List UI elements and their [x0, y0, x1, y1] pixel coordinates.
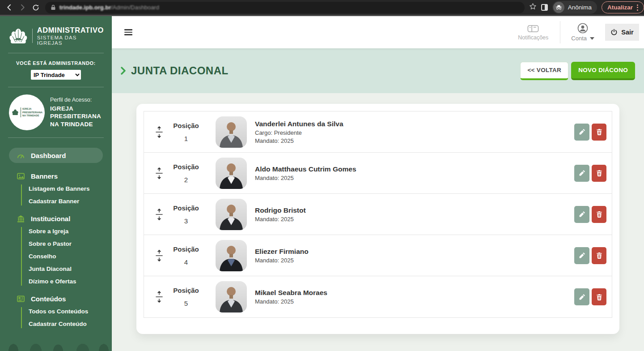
pencil-icon: [579, 170, 585, 176]
position-value: 1: [164, 135, 208, 142]
sidebar-menu: Dashboard Banners Listagem de Banners Ca…: [0, 148, 112, 328]
back-icon[interactable]: [3, 1, 16, 14]
delete-button[interactable]: [592, 165, 606, 182]
church-select[interactable]: IP Trindade: [31, 70, 81, 80]
brand: ADMINISTRATIVO SISTEMA DAS IGREJAS: [0, 16, 112, 46]
incognito-icon: [553, 2, 564, 13]
drag-handle-icon[interactable]: [155, 167, 164, 180]
sidebar-item-dizimo-e-ofertas[interactable]: Dízimo e Ofertas: [29, 278, 112, 285]
edit-button[interactable]: [574, 124, 589, 141]
new-deacon-button[interactable]: NOVO DIÁCONO: [571, 62, 635, 80]
member-mandate: Mandato: 2025: [255, 216, 306, 223]
access-value: IGREJA PRESBITERIANA NA TRINDADE: [50, 105, 104, 128]
position-label: Posição: [164, 122, 208, 129]
edit-button[interactable]: [574, 247, 589, 264]
notifications-button[interactable]: Notificações: [506, 24, 560, 41]
delete-button[interactable]: [592, 247, 606, 264]
table-row: Posição 2 Aldo Matthaeus Cutrim Gomes Ma…: [144, 153, 612, 194]
drag-handle-icon[interactable]: [155, 126, 164, 138]
sidebar-item-listagem-de-banners[interactable]: Listagem de Banners: [29, 185, 112, 192]
trash-icon: [596, 170, 602, 176]
notifications-label: Notificações: [518, 34, 548, 41]
member-mandate: Mandato: 2025: [255, 257, 309, 264]
browser-toolbar: trindade.ipb.org.br/Admin/Dashboard Anôn…: [0, 0, 644, 16]
top-header: Notificações Conta Sair: [112, 16, 644, 48]
logout-label: Sair: [621, 29, 633, 36]
trash-icon: [596, 252, 602, 259]
bank-icon: [17, 215, 25, 223]
sidebar-item-banners[interactable]: Banners: [0, 172, 112, 180]
position-label: Posição: [164, 204, 208, 212]
access-profile: IGREJA PRESBITERIANA NA TRINDADE Perfil …: [0, 94, 112, 130]
institucional-submenu: Sobre a Igreja Sobre o Pastor Conselho J…: [21, 227, 112, 286]
position-value: 2: [164, 176, 208, 184]
content-grid-icon: [17, 295, 25, 302]
sidebar-item-junta-diaconal[interactable]: Junta Diaconal: [29, 265, 112, 272]
drag-handle-icon[interactable]: [155, 208, 164, 221]
sidebar-item-dashboard[interactable]: Dashboard: [9, 148, 103, 163]
logout-button[interactable]: Sair: [605, 24, 639, 41]
sidebar-divider: [8, 137, 104, 138]
drag-handle-icon[interactable]: [155, 291, 164, 303]
table-row: Posição 4 Eliezer Firmiano Mandato: 2025: [144, 235, 612, 276]
delete-button[interactable]: [592, 206, 606, 223]
drag-handle-icon[interactable]: [155, 249, 164, 262]
member-mandate: Mandato: 2025: [255, 298, 327, 305]
delete-button[interactable]: [592, 124, 606, 141]
side-panel-icon[interactable]: [541, 4, 548, 11]
position-value: 5: [164, 300, 208, 307]
update-label: Atualizar: [607, 4, 633, 11]
sidebar-item-conteudos[interactable]: Conteúdos: [0, 295, 112, 303]
edit-button[interactable]: [574, 288, 589, 305]
sidebar-item-sobre-a-igreja[interactable]: Sobre a Igreja: [29, 228, 112, 235]
member-name: Rodrigo Bristot: [255, 206, 306, 214]
page-title: JUNTA DIACONAL: [131, 64, 229, 77]
administering-label: VOCÊ ESTÁ ADMINISTRANDO:: [0, 60, 112, 66]
sidebar-item-cadastrar-banner[interactable]: Cadastrar Banner: [29, 198, 112, 205]
delete-button[interactable]: [592, 288, 606, 305]
sidebar-item-cadastrar-conteudo[interactable]: Cadastrar Conteúdo: [29, 321, 112, 327]
position-label: Posição: [164, 163, 208, 171]
sidebar-item-sobre-o-pastor[interactable]: Sobre o Pastor: [29, 240, 112, 247]
sidebar-item-todos-os-conteudos[interactable]: Todos os Conteúdos: [29, 308, 112, 315]
gauge-icon: [17, 152, 25, 159]
member-name: Eliezer Firmiano: [255, 248, 309, 256]
member-name: Aldo Matthaeus Cutrim Gomes: [255, 165, 356, 173]
table-row: Posição 5 Mikael Seabra Moraes Mandato: …: [144, 276, 612, 317]
main-area: Notificações Conta Sair: [112, 16, 644, 351]
member-photo: [216, 158, 247, 189]
member-role: Cargo: Presidente: [255, 129, 343, 136]
pencil-icon: [579, 294, 585, 300]
trash-icon: [596, 211, 602, 218]
member-name: Vanderlei Antunes da Silva: [255, 120, 343, 128]
browser-update-button[interactable]: Atualizar: [602, 1, 644, 13]
deacons-table: Posição 1 Vanderlei Antunes da Silva Car…: [144, 111, 612, 318]
address-bar[interactable]: trindade.ipb.org.br/Admin/Dashboard: [45, 2, 525, 13]
sidebar-item-conselho[interactable]: Conselho: [29, 253, 112, 260]
chevron-right-icon: [121, 67, 126, 75]
forward-icon[interactable]: [16, 1, 30, 14]
trash-icon: [596, 128, 602, 135]
position-label: Posição: [164, 287, 208, 294]
member-name: Mikael Seabra Moraes: [255, 289, 327, 297]
browser-menu-icon[interactable]: [637, 4, 638, 11]
edit-button[interactable]: [574, 206, 589, 223]
edit-button[interactable]: [574, 165, 589, 182]
back-button[interactable]: << VOLTAR: [520, 62, 568, 80]
brand-divider: [32, 29, 33, 43]
account-label: Conta: [571, 35, 587, 42]
table-row: Posição 3 Rodrigo Bristot Mandato: 2025: [144, 194, 612, 235]
sidebar-item-institucional[interactable]: Institucional: [0, 215, 112, 223]
ipb-bush-logo-icon: [9, 27, 28, 44]
deacons-card: Posição 1 Vanderlei Antunes da Silva Car…: [136, 104, 619, 334]
sidebar: ADMINISTRATIVO SISTEMA DAS IGREJAS VOCÊ …: [0, 16, 112, 351]
brand-subtitle: SISTEMA DAS IGREJAS: [37, 35, 104, 46]
church-bush-icon: [11, 108, 19, 116]
account-menu[interactable]: Conta: [560, 23, 605, 42]
position-value: 4: [164, 258, 208, 266]
bookmark-star-icon[interactable]: [529, 3, 537, 13]
pencil-icon: [579, 128, 585, 135]
reload-icon[interactable]: [29, 1, 42, 14]
hamburger-menu-icon[interactable]: [124, 29, 132, 35]
banners-submenu: Listagem de Banners Cadastrar Banner: [21, 184, 112, 205]
